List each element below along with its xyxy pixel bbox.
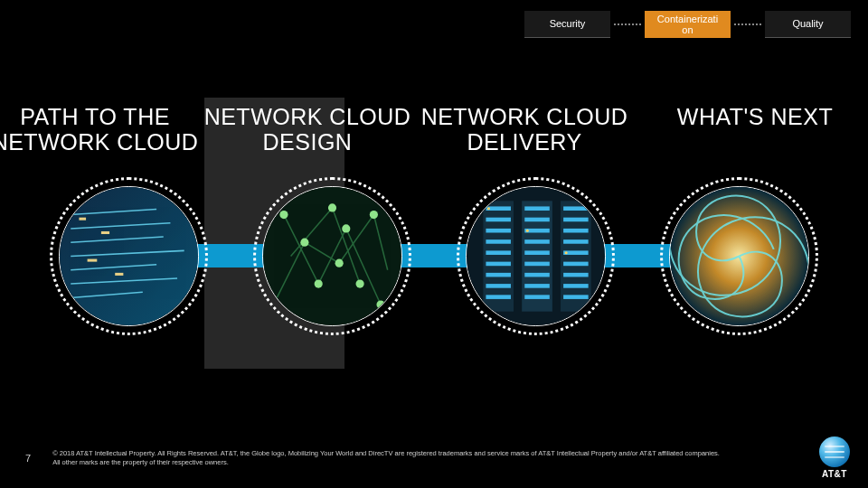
svg-rect-27 (486, 218, 511, 222)
medallion-delivery (457, 177, 615, 335)
medallion-whats-next (660, 177, 818, 335)
slide-footer: 7 © 2018 AT&T Intellectual Property. All… (0, 436, 868, 479)
svg-rect-29 (486, 239, 511, 244)
svg-rect-41 (524, 273, 550, 277)
tab-quality[interactable]: Quality (765, 11, 851, 38)
svg-rect-50 (563, 273, 589, 277)
tab-label: Containerizati on (657, 14, 718, 35)
legal-line: All other marks are the property of thei… (52, 458, 801, 467)
network-graph-icon (263, 187, 401, 325)
svg-point-54 (526, 230, 529, 232)
svg-rect-30 (486, 250, 511, 255)
medallion-design (253, 177, 411, 335)
brand-logo: AT&T (819, 436, 850, 479)
medallion-image (59, 186, 199, 326)
vortex-icon (670, 187, 808, 325)
tab-label: Quality (792, 18, 823, 29)
medallion-image (466, 186, 606, 326)
svg-point-19 (356, 280, 364, 288)
connector-dots (614, 23, 641, 25)
connector-dots (734, 23, 761, 25)
heading-design: NETWORK CLOUD DESIGN (199, 104, 416, 155)
svg-rect-42 (524, 284, 550, 288)
svg-rect-43 (524, 295, 550, 299)
svg-rect-52 (563, 295, 589, 299)
medallion-image (262, 186, 402, 326)
brand-name: AT&T (819, 469, 850, 479)
svg-rect-10 (88, 259, 98, 262)
slide: Security Containerizati on Quality PATH … (0, 0, 868, 488)
svg-rect-28 (486, 229, 511, 233)
svg-point-20 (279, 211, 288, 219)
svg-point-18 (328, 203, 336, 211)
svg-rect-36 (524, 218, 550, 222)
svg-point-14 (335, 259, 344, 267)
svg-point-15 (370, 211, 378, 219)
tab-security[interactable]: Security (524, 11, 610, 38)
medallion-path (50, 177, 208, 335)
svg-point-53 (487, 207, 490, 210)
code-image-icon (60, 187, 198, 325)
legal-line: © 2018 AT&T Intellectual Property. All R… (52, 449, 801, 458)
server-rack-icon (467, 187, 605, 325)
svg-rect-51 (563, 284, 589, 288)
heading-whats-next: WHAT'S NEXT (660, 104, 850, 155)
globe-icon (819, 436, 850, 467)
svg-rect-47 (563, 239, 589, 244)
svg-rect-32 (486, 273, 511, 277)
svg-rect-44 (563, 206, 589, 211)
svg-point-17 (342, 224, 350, 232)
medallion-row (0, 177, 868, 335)
svg-rect-9 (101, 231, 109, 234)
svg-rect-45 (563, 218, 589, 222)
svg-rect-38 (524, 239, 550, 244)
section-headings: PATH TO THE NETWORK CLOUD NETWORK CLOUD … (0, 104, 868, 155)
svg-rect-34 (486, 295, 511, 299)
svg-point-16 (315, 280, 323, 288)
tab-label: Security (550, 18, 586, 29)
svg-rect-49 (563, 262, 589, 267)
svg-rect-39 (524, 250, 550, 255)
svg-point-13 (300, 239, 308, 247)
tab-strip: Security Containerizati on Quality (524, 11, 851, 38)
svg-rect-46 (563, 229, 589, 233)
heading-delivery: NETWORK CLOUD DELIVERY (416, 104, 633, 155)
heading-path-to-cloud: PATH TO THE NETWORK CLOUD (0, 104, 199, 155)
svg-rect-40 (524, 262, 550, 267)
medallion-image (669, 186, 809, 326)
tab-containerization[interactable]: Containerizati on (645, 11, 731, 38)
svg-rect-8 (79, 218, 86, 221)
legal-text: © 2018 AT&T Intellectual Property. All R… (52, 449, 801, 467)
svg-rect-35 (524, 206, 550, 211)
svg-point-55 (565, 251, 568, 254)
page-number: 7 (25, 453, 31, 464)
svg-rect-31 (486, 262, 511, 267)
svg-rect-11 (115, 273, 123, 276)
svg-rect-33 (486, 284, 511, 288)
